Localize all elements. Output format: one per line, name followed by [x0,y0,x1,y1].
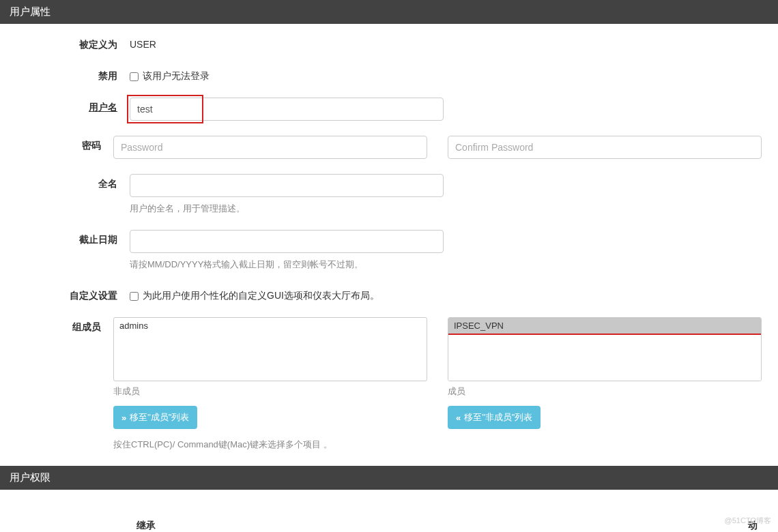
double-arrow-right-icon: » [121,413,126,423]
list-item[interactable]: IPSEC_VPN [448,318,761,334]
move-to-nonmember-button[interactable]: « 移至"非成员"列表 [448,406,541,429]
checkbox-disabled-label: 该用户无法登录 [143,70,210,83]
col-desc: 描述 [280,514,741,532]
label-defined-as: 被定义为 [7,35,130,51]
input-fullname[interactable] [130,174,444,197]
listbox-members[interactable]: IPSEC_VPN [448,317,762,381]
help-fullname: 用户的全名，用于管理描述。 [130,203,762,215]
listbox-nonmembers[interactable]: admins [113,317,427,381]
label-disabled: 禁用 [7,66,130,83]
input-password[interactable] [113,136,427,159]
watermark: @51CTO博客 [725,516,771,526]
help-expiry: 请按MM/DD/YYYY格式输入截止日期，留空则帐号不过期。 [130,258,762,271]
input-expiry[interactable] [130,230,444,253]
label-password: 密码 [7,136,113,152]
section-header-permissions: 用户权限 [0,466,778,490]
input-username[interactable] [130,98,444,121]
help-multiselect: 按住CTRL(PC)/ Command键(Mac)键来选择多个项目 。 [113,439,762,451]
label-nonmembers: 非成员 [113,385,427,398]
label-expiry: 截止日期 [7,230,130,246]
label-group-member: 组成员 [7,317,113,334]
move-to-member-label: 移至"成员"列表 [130,411,189,424]
section-title-permissions: 用户权限 [10,471,51,483]
col-inherit: 继承自 [130,514,164,532]
label-username: 用户名 [7,98,130,114]
checkbox-custom-label: 为此用户使用个性化的自定义GUI选项和仪表大厅布局。 [143,290,379,302]
input-confirm-password[interactable] [448,136,762,159]
double-arrow-left-icon: « [456,413,461,423]
label-custom: 自定义设置 [7,286,130,302]
col-name: 名称 [164,514,280,532]
label-fullname: 全名 [7,174,130,190]
permissions-table: 继承自 名称 描述 动作 User - VPN: IPsec xauth Dia… [130,514,771,532]
section-header-attributes: 用户属性 [0,0,778,24]
checkbox-custom[interactable] [130,292,139,301]
move-to-nonmember-label: 移至"非成员"列表 [464,411,532,424]
move-to-member-button[interactable]: » 移至"成员"列表 [113,406,197,429]
value-defined-as: USER [130,35,771,50]
list-item[interactable]: admins [114,318,427,334]
label-members: 成员 [448,385,762,398]
checkbox-disabled[interactable] [130,72,139,81]
section-title-attributes: 用户属性 [10,5,51,17]
